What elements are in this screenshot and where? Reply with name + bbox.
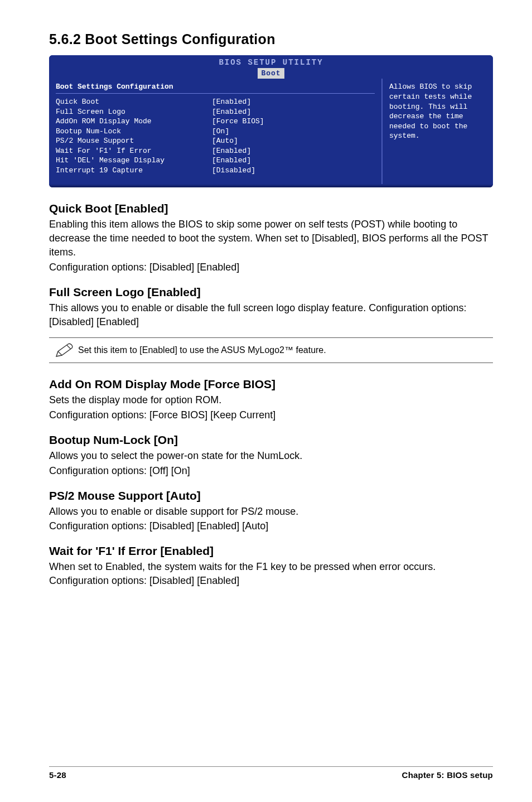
- page-number: 5-28: [49, 770, 66, 780]
- section-heading: 5.6.2 Boot Settings Configuration: [49, 31, 493, 47]
- subheading-numlock: Bootup Num-Lock [On]: [49, 433, 493, 447]
- bios-tab-boot: Boot: [258, 68, 284, 79]
- bios-settings-area: Boot Settings Configuration Quick Boot […: [49, 79, 381, 184]
- bios-setting-row[interactable]: Wait For 'F1' If Error [Enabled]: [56, 146, 375, 156]
- bios-setting-value: [Force BIOS]: [212, 117, 264, 127]
- bios-help-text: Allows BIOS to skip certain tests while …: [389, 83, 472, 140]
- bios-section-title: Boot Settings Configuration: [56, 82, 375, 92]
- bios-help-pane: Allows BIOS to skip certain tests while …: [381, 79, 493, 184]
- pencil-icon: [51, 342, 78, 358]
- body-text: Configuration options: [Off] [On]: [49, 464, 493, 478]
- bios-setting-label: Full Screen Logo: [56, 107, 212, 117]
- bios-setting-row[interactable]: Interrupt 19 Capture [Disabled]: [56, 166, 375, 176]
- body-text: Sets the display mode for option ROM.: [49, 393, 493, 407]
- bios-setting-row[interactable]: PS/2 Mouse Support [Auto]: [56, 136, 375, 146]
- bios-panel: BIOS SETUP UTILITY Boot Boot Settings Co…: [49, 55, 493, 187]
- bios-setting-row[interactable]: Hit 'DEL' Message Display [Enabled]: [56, 156, 375, 166]
- chapter-label: Chapter 5: BIOS setup: [402, 770, 493, 780]
- bios-setting-label: AddOn ROM Display Mode: [56, 117, 212, 127]
- bios-setting-label: Wait For 'F1' If Error: [56, 146, 212, 156]
- bios-title: BIOS SETUP UTILITY: [219, 58, 323, 67]
- bios-setting-value: [Disabled]: [212, 166, 255, 176]
- bios-setting-label: Quick Boot: [56, 97, 212, 107]
- body-text: Enabling this item allows the BIOS to sk…: [49, 218, 493, 259]
- body-text: When set to Enabled, the system waits fo…: [49, 560, 493, 588]
- note-text: Set this item to [Enabled] to use the AS…: [78, 345, 491, 355]
- bios-setting-value: [Enabled]: [212, 107, 251, 117]
- subheading-ps2-mouse: PS/2 Mouse Support [Auto]: [49, 489, 493, 503]
- subheading-quick-boot: Quick Boot [Enabled]: [49, 202, 493, 215]
- bios-setting-value: [Auto]: [212, 136, 238, 146]
- bios-setting-value: [On]: [212, 127, 229, 137]
- bios-setting-label: Hit 'DEL' Message Display: [56, 156, 212, 166]
- body-text: Allows you to enable or disable support …: [49, 505, 493, 519]
- body-text: This allows you to enable or disable the…: [49, 301, 493, 329]
- bios-setting-value: [Enabled]: [212, 146, 251, 156]
- bios-setting-row[interactable]: AddOn ROM Display Mode [Force BIOS]: [56, 117, 375, 127]
- page-footer: 5-28 Chapter 5: BIOS setup: [49, 766, 493, 780]
- subheading-full-screen-logo: Full Screen Logo [Enabled]: [49, 286, 493, 299]
- body-text: Allows you to select the power-on state …: [49, 449, 493, 463]
- bios-setting-value: [Enabled]: [212, 156, 251, 166]
- subheading-addon-rom: Add On ROM Display Mode [Force BIOS]: [49, 378, 493, 391]
- body-text: Configuration options: [Disabled] [Enabl…: [49, 260, 493, 274]
- body-text: Configuration options: [Disabled] [Enabl…: [49, 519, 493, 533]
- bios-header: BIOS SETUP UTILITY Boot: [49, 55, 493, 79]
- note-callout: Set this item to [Enabled] to use the AS…: [49, 337, 493, 363]
- bios-setting-row[interactable]: Full Screen Logo [Enabled]: [56, 107, 375, 117]
- bios-divider: [56, 93, 375, 94]
- bios-setting-label: Bootup Num-Lock: [56, 127, 212, 137]
- bios-setting-label: Interrupt 19 Capture: [56, 166, 212, 176]
- bios-setting-row[interactable]: Bootup Num-Lock [On]: [56, 127, 375, 137]
- bios-setting-label: PS/2 Mouse Support: [56, 136, 212, 146]
- bios-setting-value: [Enabled]: [212, 97, 251, 107]
- subheading-wait-f1: Wait for 'F1' If Error [Enabled]: [49, 544, 493, 558]
- body-text: Configuration options: [Force BIOS] [Kee…: [49, 408, 493, 422]
- bios-setting-row[interactable]: Quick Boot [Enabled]: [56, 97, 375, 107]
